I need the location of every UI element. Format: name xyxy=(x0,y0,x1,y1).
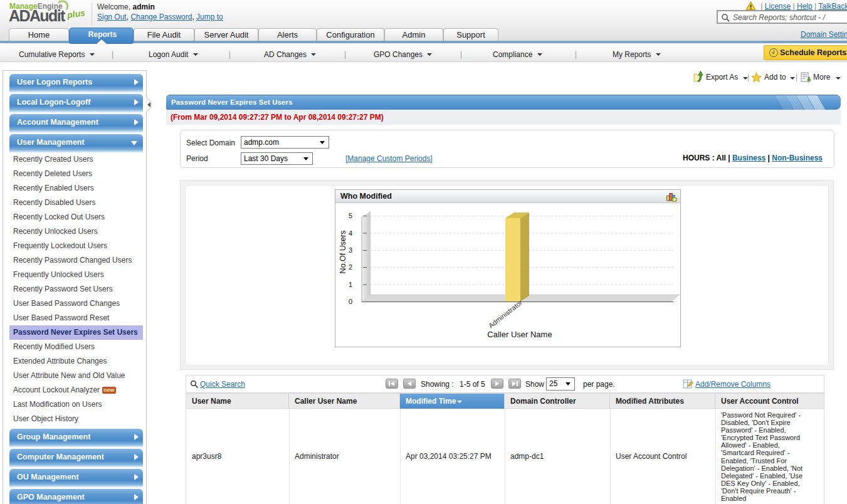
svg-text:Administrator: Administrator xyxy=(487,298,524,330)
svg-text:2: 2 xyxy=(349,263,352,271)
svg-text:0: 0 xyxy=(349,298,352,305)
svg-text:3: 3 xyxy=(349,246,352,254)
svg-text:Caller User Name: Caller User Name xyxy=(487,330,552,339)
svg-text:No.Of Users: No.Of Users xyxy=(339,231,347,274)
svg-text:4: 4 xyxy=(349,229,352,237)
svg-text:5: 5 xyxy=(349,212,352,219)
svg-text:1: 1 xyxy=(349,281,352,288)
